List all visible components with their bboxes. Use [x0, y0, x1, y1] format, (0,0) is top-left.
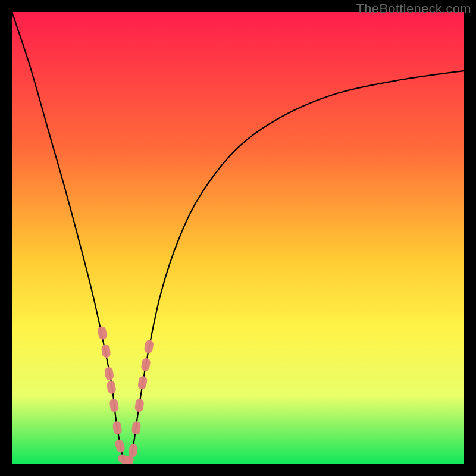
- marker-dot: [97, 325, 108, 340]
- marker-dot: [140, 358, 151, 372]
- highlight-markers: [97, 325, 154, 464]
- marker-dot: [137, 375, 148, 390]
- marker-dot: [104, 367, 114, 381]
- marker-dot: [128, 443, 138, 458]
- marker-dot: [101, 344, 111, 358]
- marker-dot: [144, 339, 155, 353]
- plot-area: [12, 12, 464, 464]
- marker-dot: [109, 398, 119, 412]
- bottleneck-curve: [12, 12, 464, 464]
- marker-dot: [134, 398, 145, 412]
- marker-dot: [107, 380, 117, 394]
- watermark-text: TheBottleneck.com: [356, 1, 471, 17]
- marker-dot: [112, 421, 123, 435]
- marker-dot: [131, 421, 142, 435]
- chart-svg: [12, 12, 464, 464]
- marker-dot: [114, 439, 126, 453]
